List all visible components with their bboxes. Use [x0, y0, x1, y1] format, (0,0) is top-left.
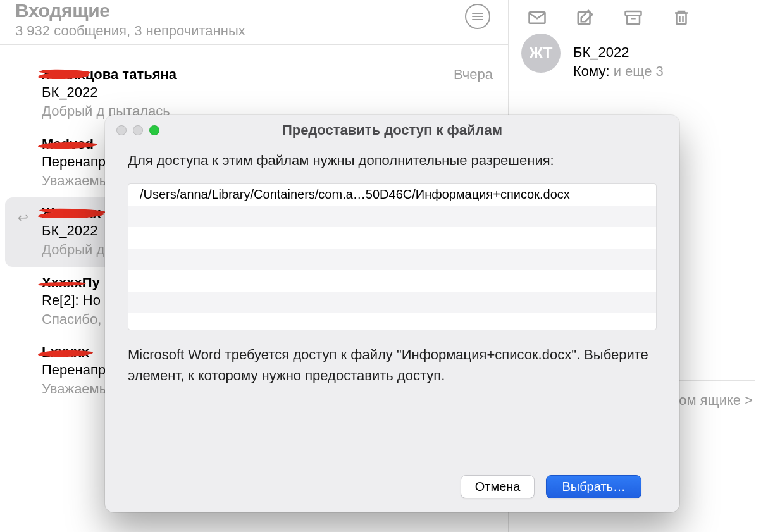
message-sender: Medved — [42, 136, 94, 152]
preview-toolbar — [509, 0, 768, 35]
message-sender: Жxxxxxx — [42, 205, 101, 221]
cancel-button[interactable]: Отмена — [461, 475, 535, 498]
window-minimize-button[interactable] — [133, 125, 143, 135]
mailbox-status: 3 932 сообщения, 3 непрочитанных — [15, 23, 245, 39]
delete-icon[interactable] — [671, 7, 692, 28]
message-subject: БК_2022 — [42, 84, 493, 101]
dialog-title: Предоставить доступ к файлам — [105, 122, 679, 139]
window-zoom-button[interactable] — [149, 125, 159, 135]
dialog-file-list[interactable]: /Users/anna/Library/Containers/com.a…50D… — [128, 183, 657, 330]
compose-icon[interactable] — [574, 7, 596, 28]
dialog-prompt: Для доступа к этим файлам нужны дополнит… — [128, 151, 657, 171]
file-access-dialog: Предоставить доступ к файлам Для доступа… — [105, 115, 679, 512]
mark-unread-icon[interactable] — [526, 7, 548, 28]
mailbox-header: Входящие 3 932 сообщения, 3 непрочитанны… — [0, 0, 508, 45]
dialog-buttons: Отмена Выбрать… — [128, 464, 657, 512]
archive-icon[interactable] — [622, 7, 644, 28]
message-header: ЖТ БК_2022 Кому: и еще 3 — [521, 44, 755, 80]
sender-avatar: ЖТ — [521, 34, 561, 73]
window-close-button[interactable] — [116, 125, 127, 135]
svg-rect-3 — [627, 15, 640, 24]
file-list-item[interactable]: /Users/anna/Library/Containers/com.a…50D… — [128, 184, 656, 206]
choose-button[interactable]: Выбрать… — [546, 475, 641, 498]
window-controls — [116, 125, 159, 135]
preview-recipients: Кому: и еще 3 — [573, 63, 664, 80]
message-sender: XxxxxПу — [42, 275, 100, 291]
svg-rect-5 — [677, 13, 686, 24]
preview-subject: БК_2022 — [573, 44, 664, 61]
dialog-message: Microsoft Word требуется доступ к файлу … — [128, 344, 657, 386]
filter-icon[interactable] — [465, 4, 490, 29]
mailbox-title: Входящие — [15, 0, 245, 22]
dialog-titlebar: Предоставить доступ к файлам — [105, 115, 679, 145]
message-sender: Жxxxxцова татьяна — [42, 66, 177, 83]
reply-icon: ↩ — [18, 210, 28, 225]
message-time: Вчера — [454, 66, 493, 83]
message-sender: Lxxxxx — [42, 344, 89, 361]
